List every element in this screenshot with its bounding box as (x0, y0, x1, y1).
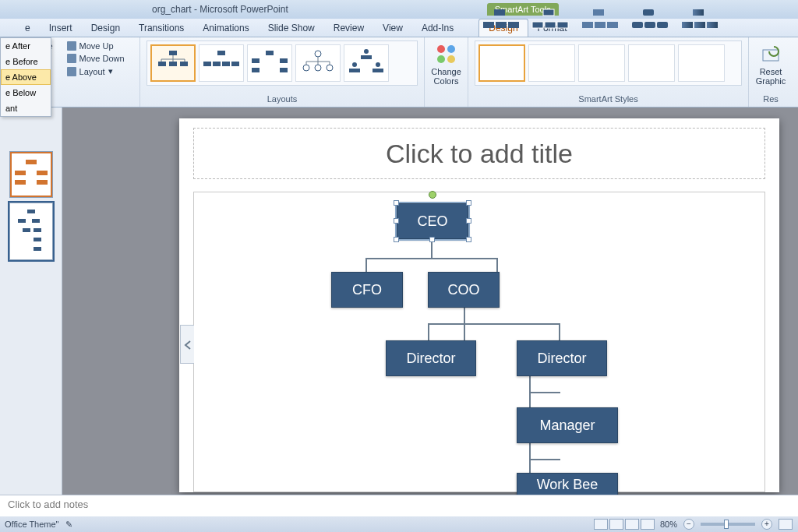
theme-label: Office Theme" (5, 520, 59, 529)
svg-rect-10 (252, 58, 260, 63)
rotate-handle[interactable] (429, 191, 436, 199)
zoom-out-button[interactable]: − (683, 519, 694, 530)
svg-rect-36 (593, 9, 604, 16)
svg-rect-29 (483, 22, 494, 28)
zoom-slider[interactable] (701, 523, 755, 526)
title-placeholder[interactable]: Click to add title (193, 128, 765, 179)
slide-canvas[interactable]: Click to add title (62, 107, 798, 495)
style-option-3[interactable] (578, 44, 625, 82)
resize-handle[interactable] (394, 237, 399, 242)
tab-slideshow[interactable]: Slide Show (259, 19, 324, 37)
style-option-1[interactable] (478, 44, 525, 82)
tab-transitions[interactable]: Transitions (129, 19, 193, 37)
layouts-gallery[interactable] (147, 41, 418, 86)
resize-handle[interactable] (429, 237, 435, 242)
connector (529, 392, 560, 393)
styles-gallery[interactable] (475, 41, 742, 86)
svg-rect-39 (607, 22, 618, 28)
tab-animations[interactable]: Animations (193, 19, 258, 37)
resize-handle[interactable] (466, 218, 471, 224)
tab-review[interactable]: Review (324, 19, 373, 37)
svg-rect-34 (545, 22, 556, 28)
change-colors-button[interactable]: Change Colors (431, 41, 461, 89)
org-chart: CEO CFO COO Director Director Manager Wo (194, 192, 764, 491)
add-assistant[interactable]: ant (1, 100, 51, 116)
style-option-2[interactable] (528, 44, 575, 82)
svg-rect-0 (169, 51, 177, 55)
layout-icon (67, 67, 76, 76)
group-layouts: Layouts (140, 37, 425, 107)
svg-rect-57 (23, 228, 30, 232)
resize-handle[interactable] (466, 200, 471, 206)
resize-handle[interactable] (394, 200, 399, 206)
smartart-container[interactable]: CEO CFO COO Director Director Manager Wo (193, 192, 765, 492)
zoom-level[interactable]: 80% (660, 520, 677, 529)
add-shape-dropdown[interactable]: e After e Before e Above e Below ant (0, 37, 51, 117)
svg-rect-56 (32, 219, 40, 223)
org-node-coo[interactable]: COO (428, 272, 500, 308)
sorter-view-button[interactable] (609, 519, 623, 530)
svg-rect-60 (34, 247, 41, 251)
svg-rect-59 (34, 238, 41, 241)
arrow-up-icon (67, 41, 76, 51)
svg-rect-23 (373, 69, 383, 72)
style-option-5[interactable] (678, 44, 725, 82)
org-node-cfo[interactable]: CFO (331, 272, 403, 308)
connector (365, 258, 367, 272)
layout-option-3[interactable] (247, 44, 292, 82)
connector (529, 459, 560, 460)
group-change-colors: Change Colors (425, 37, 468, 107)
org-node-manager[interactable]: Manager (517, 407, 618, 443)
org-node-workbee[interactable]: Work Bee (517, 473, 618, 496)
slide-thumbnail-2[interactable] (9, 203, 53, 260)
connector (428, 323, 560, 325)
fit-to-window-button[interactable] (779, 519, 793, 530)
add-shape-above[interactable]: e Above (1, 69, 51, 85)
tab-home-partial[interactable]: e (16, 19, 40, 37)
tab-insert[interactable]: Insert (40, 19, 82, 37)
svg-point-24 (437, 45, 445, 53)
org-node-director-1[interactable]: Director (386, 340, 476, 376)
layouts-group-label: Layouts (147, 94, 418, 104)
tab-design[interactable]: Design (82, 19, 129, 37)
reset-graphic-button[interactable]: Reset Graphic (755, 41, 786, 89)
notes-pane[interactable]: Click to add notes (0, 495, 798, 516)
svg-rect-53 (37, 180, 48, 185)
zoom-in-button[interactable]: + (761, 519, 772, 530)
zoom-slider-thumb[interactable] (724, 520, 729, 529)
move-down-button[interactable]: Move Down (65, 53, 126, 64)
layout-button[interactable]: Layout ▾ (65, 65, 126, 77)
add-shape-below[interactable]: e Below (1, 85, 51, 100)
move-up-button[interactable]: Move Up (65, 41, 126, 51)
svg-rect-51 (37, 171, 48, 175)
slide-panel[interactable] (0, 107, 62, 495)
normal-view-button[interactable] (594, 519, 608, 530)
tab-addins[interactable]: Add-Ins (412, 19, 463, 37)
svg-rect-8 (231, 62, 239, 66)
layout-option-4[interactable] (295, 44, 341, 82)
slideshow-view-button[interactable] (641, 519, 655, 530)
org-node-director-2[interactable]: Director (517, 340, 607, 376)
svg-rect-9 (266, 51, 274, 55)
svg-rect-58 (34, 228, 41, 232)
svg-rect-32 (543, 9, 554, 16)
text-pane-toggle[interactable] (180, 325, 194, 364)
resize-handle[interactable] (466, 237, 471, 242)
resize-handle[interactable] (394, 218, 399, 224)
slide-thumbnail-1[interactable] (9, 151, 53, 198)
slide[interactable]: Click to add title (179, 118, 779, 492)
reading-view-button[interactable] (625, 519, 639, 530)
svg-point-18 (364, 49, 369, 54)
layout-option-2[interactable] (199, 44, 244, 82)
add-shape-before[interactable]: e Before (1, 54, 51, 69)
layout-option-5[interactable] (344, 44, 389, 82)
layout-option-1[interactable] (150, 44, 196, 82)
style-option-4[interactable] (628, 44, 675, 82)
tab-view[interactable]: View (373, 19, 412, 37)
add-shape-after[interactable]: e After (1, 38, 51, 54)
svg-rect-52 (15, 180, 26, 185)
svg-rect-7 (222, 62, 230, 66)
connector (559, 323, 560, 340)
org-node-ceo[interactable]: CEO (397, 203, 468, 239)
spellcheck-icon[interactable]: ✎ (65, 520, 72, 530)
